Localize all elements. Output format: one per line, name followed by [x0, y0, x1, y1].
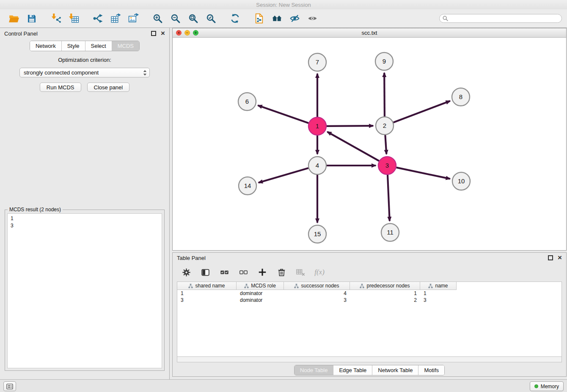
column-header-predecessor-nodes[interactable]: predecessor nodes	[350, 282, 420, 290]
tab-network[interactable]: Network	[30, 41, 61, 51]
add-column-button[interactable]	[256, 266, 268, 278]
window-titlebar[interactable]: Session: New Session	[0, 0, 567, 9]
graph-node-15[interactable]: 15	[308, 225, 326, 243]
graph-edge-2-8[interactable]	[394, 101, 450, 123]
graph-edge-2-9[interactable]	[384, 73, 385, 116]
close-table-panel-icon[interactable]: ×	[558, 255, 562, 260]
table-row[interactable]: 1dominator411	[177, 290, 561, 297]
table-cell[interactable]: 2	[350, 297, 420, 303]
criterion-dropdown[interactable]: strongly connected component	[19, 68, 150, 77]
node-label: 15	[314, 230, 321, 237]
export-table-button[interactable]	[107, 11, 124, 26]
node-label: 1	[316, 122, 319, 130]
table-cell[interactable]: 1	[177, 290, 237, 296]
graph-edge-2-3[interactable]	[385, 135, 386, 154]
mcds-result-list[interactable]: 13	[7, 213, 162, 368]
eye-slash-button[interactable]	[286, 11, 303, 26]
houses-button[interactable]	[268, 11, 285, 26]
table-cell[interactable]: 4	[284, 290, 350, 296]
close-panel-button[interactable]: Close panel	[87, 83, 130, 92]
table-cell[interactable]: 1	[350, 290, 420, 296]
zoom-selected-button[interactable]	[202, 11, 219, 26]
tab-edge-table[interactable]: Edge Table	[333, 365, 372, 375]
close-control-panel-icon[interactable]: ×	[161, 31, 165, 36]
graph-node-14[interactable]: 14	[239, 177, 256, 195]
graph-node-1[interactable]: 1	[308, 117, 326, 135]
import-table-button[interactable]	[65, 11, 82, 26]
table-cell[interactable]: 3	[284, 297, 350, 303]
tab-network-table[interactable]: Network Table	[372, 365, 418, 375]
column-header-shared-name[interactable]: shared name	[177, 282, 237, 290]
table-body: 1dominator4113dominator323	[177, 290, 561, 304]
close-network-window-icon[interactable]: ×	[176, 30, 182, 36]
table-cell[interactable]: dominator	[237, 290, 284, 296]
zoom-fit-button[interactable]	[184, 11, 201, 26]
column-type-icon	[360, 284, 364, 288]
eye-button[interactable]	[304, 11, 321, 26]
network-graph-svg[interactable]: 7968124314101511	[173, 38, 566, 250]
graph-edge-1-2[interactable]	[327, 126, 373, 126]
search-box[interactable]	[439, 14, 562, 23]
network-document-button[interactable]	[250, 11, 267, 26]
memory-button[interactable]: Memory	[530, 381, 564, 391]
tab-motifs[interactable]: Motifs	[418, 365, 444, 375]
float-table-panel-icon[interactable]	[548, 255, 553, 260]
select-all-button[interactable]	[218, 266, 230, 278]
float-control-panel-icon[interactable]	[151, 31, 156, 36]
network-window-titlebar[interactable]: × − + scc.txt	[173, 28, 566, 38]
graph-edge-3-10[interactable]	[396, 168, 450, 179]
mcds-panel: Optimization criterion: strongly connect…	[0, 57, 169, 92]
network-canvas[interactable]: 7968124314101511	[173, 38, 566, 250]
trash-icon	[277, 268, 286, 277]
columns-button[interactable]	[199, 266, 211, 278]
deselect-all-button[interactable]	[237, 266, 249, 278]
graph-edge-1-6[interactable]	[258, 105, 309, 123]
settings-button[interactable]	[180, 266, 192, 278]
graph-node-9[interactable]: 9	[375, 52, 393, 70]
graph-node-4[interactable]: 4	[308, 157, 326, 174]
maximize-network-window-icon[interactable]: +	[193, 30, 198, 36]
delete-table-button[interactable]	[295, 266, 306, 278]
column-header-MCDS-role[interactable]: MCDS role	[237, 282, 284, 290]
tab-select[interactable]: Select	[85, 41, 112, 51]
zoom-in-button[interactable]	[149, 11, 166, 26]
save-session-button[interactable]	[23, 11, 40, 26]
task-history-button[interactable]	[3, 381, 16, 391]
graph-edge-3-11[interactable]	[388, 175, 390, 221]
refresh-button[interactable]	[226, 11, 243, 26]
export-image-button[interactable]	[125, 11, 142, 26]
graph-edge-3-1[interactable]	[328, 132, 379, 161]
criterion-selected-value: strongly connected component	[24, 69, 143, 76]
minimize-network-window-icon[interactable]: −	[184, 30, 190, 36]
table-row[interactable]: 3dominator323	[177, 297, 561, 304]
search-input[interactable]	[450, 15, 559, 22]
column-header-name[interactable]: name	[420, 282, 457, 290]
import-network-button[interactable]	[47, 11, 64, 26]
toolbar-separator	[220, 18, 226, 19]
eye-icon	[307, 13, 318, 24]
function-builder-icon: f(x)	[314, 268, 325, 276]
function-builder-button[interactable]: f(x)	[314, 266, 325, 278]
export-network-button[interactable]	[89, 11, 106, 26]
column-header-successor-nodes[interactable]: successor nodes	[284, 282, 350, 290]
graph-node-6[interactable]: 6	[238, 93, 256, 110]
graph-node-2[interactable]: 2	[376, 117, 394, 135]
table-cell[interactable]: 3	[420, 297, 457, 303]
tab-node-table[interactable]: Node Table	[295, 365, 333, 375]
open-session-button[interactable]	[6, 11, 22, 26]
graph-edge-4-14[interactable]	[259, 168, 308, 182]
graph-node-10[interactable]: 10	[452, 172, 470, 190]
table-cell[interactable]: dominator	[237, 297, 284, 303]
tab-mcds[interactable]: MCDS	[112, 41, 139, 51]
table-cell[interactable]: 1	[420, 290, 457, 296]
graph-node-8[interactable]: 8	[452, 88, 470, 106]
graph-node-7[interactable]: 7	[308, 53, 326, 71]
graph-node-3[interactable]: 3	[378, 157, 396, 174]
tab-style[interactable]: Style	[61, 41, 85, 51]
table-cell[interactable]: 3	[177, 297, 237, 303]
delete-column-button[interactable]	[275, 266, 287, 278]
zoom-out-button[interactable]	[167, 11, 184, 26]
graph-node-11[interactable]: 11	[381, 224, 399, 241]
run-mcds-button[interactable]: Run MCDS	[40, 83, 81, 92]
table-horizontal-scrollbar[interactable]	[177, 357, 562, 362]
